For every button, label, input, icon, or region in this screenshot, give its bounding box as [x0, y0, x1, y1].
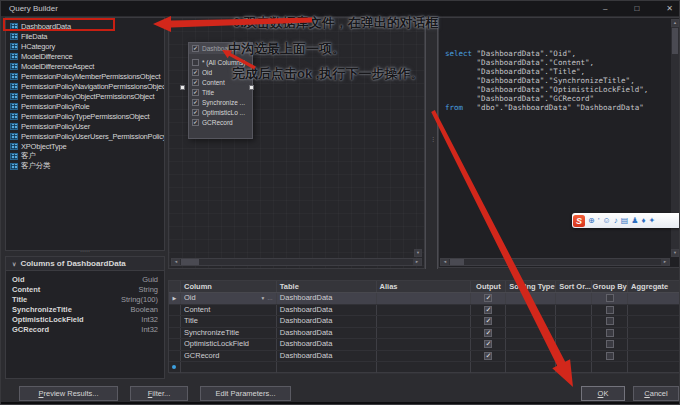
- grid-cell-alias[interactable]: [377, 305, 472, 316]
- output-checkbox[interactable]: ✓: [484, 340, 492, 348]
- grid-cell-alias[interactable]: [377, 339, 472, 350]
- ime-icon[interactable]: ♪: [614, 214, 618, 228]
- table-tree-item[interactable]: PermissionPolicyObjectPermissionsObject: [6, 91, 164, 101]
- column-checkbox[interactable]: ✓: [192, 99, 199, 106]
- edit-parameters-button[interactable]: Edit Parameters...: [200, 386, 291, 401]
- grid-cell-group-by[interactable]: [592, 339, 628, 350]
- group-by-checkbox[interactable]: [606, 329, 614, 337]
- grid-header-alias[interactable]: Alias: [377, 281, 472, 292]
- grid-cell-aggregate[interactable]: [628, 316, 680, 327]
- grid-row[interactable]: SynchronizeTitle DashboardData ✓: [169, 328, 680, 340]
- table-tree-item[interactable]: 客户: [6, 151, 164, 161]
- group-by-checkbox[interactable]: [606, 352, 614, 360]
- grid-cell-sorting-type[interactable]: [506, 316, 556, 327]
- output-checkbox[interactable]: ✓: [484, 294, 492, 302]
- columns-panel-header[interactable]: ∨ Columns of DashboardData: [6, 257, 164, 271]
- grid-row[interactable]: OptimisticLockField DashboardData ✓: [169, 339, 680, 351]
- grid-cell-sort-order[interactable]: [556, 339, 592, 350]
- grid-cell-group-by[interactable]: [592, 293, 628, 304]
- grid-row[interactable]: Title DashboardData ✓: [169, 316, 680, 328]
- sql-hscroll-thumb[interactable]: [450, 259, 464, 265]
- table-tree-item[interactable]: XPObjectType: [6, 141, 164, 151]
- close-button[interactable]: ✕: [666, 4, 673, 13]
- preview-results-button[interactable]: Preview Results...: [19, 386, 118, 401]
- grid-cell-aggregate[interactable]: [628, 305, 680, 316]
- grid-row[interactable]: [169, 362, 680, 374]
- panel-splitter[interactable]: ·····: [5, 249, 165, 255]
- table-tree-item[interactable]: PermissionPolicyUserUsers_PermissionPoli…: [6, 131, 164, 141]
- column-checkbox-item[interactable]: ✓ Synchronize ...: [189, 97, 252, 107]
- output-checkbox[interactable]: ✓: [484, 317, 492, 325]
- grid-header-table[interactable]: Table: [277, 281, 377, 292]
- grid-cell-sort-order[interactable]: [556, 351, 592, 362]
- vertical-splitter[interactable]: ⋮: [425, 17, 438, 269]
- output-checkbox[interactable]: ✓: [484, 329, 492, 337]
- grid-cell-sort-order[interactable]: [556, 316, 592, 327]
- selection-handle-right[interactable]: [249, 85, 254, 90]
- sogou-logo[interactable]: S: [573, 215, 585, 227]
- sql-vscroll-thumb[interactable]: [672, 28, 678, 54]
- grid-cell-alias[interactable]: [377, 362, 472, 373]
- ime-icon[interactable]: ▤: [621, 214, 629, 228]
- column-checkbox-item[interactable]: ✓ GCRecord: [189, 117, 252, 127]
- grid-cell-output[interactable]: ✓: [471, 351, 506, 362]
- grid-cell-column[interactable]: Title: [181, 316, 277, 327]
- group-by-checkbox[interactable]: [606, 306, 614, 314]
- grid-cell-sorting-type[interactable]: [506, 305, 556, 316]
- grid-cell-column[interactable]: Oid▾…: [181, 293, 277, 304]
- column-checkbox-item[interactable]: ✓ OptimisticLo ...: [189, 107, 252, 117]
- grid-header-aggregate[interactable]: Aggregate: [628, 281, 680, 292]
- grid-cell-sort-order[interactable]: [556, 305, 592, 316]
- grid-cell-sorting-type[interactable]: [506, 328, 556, 339]
- ime-icon[interactable]: ♟: [631, 214, 638, 228]
- grid-cell-table[interactable]: DashboardData: [277, 305, 377, 316]
- grid-cell-output[interactable]: ✓: [471, 316, 506, 327]
- designer-vscroll-down-button[interactable]: ▼: [414, 249, 422, 257]
- grid-header-sorting-type[interactable]: Sorting Type: [506, 281, 556, 292]
- grid-cell-sort-order[interactable]: [556, 293, 592, 304]
- cancel-button[interactable]: Cancel: [633, 386, 679, 401]
- grid-cell-column[interactable]: OptimisticLockField: [181, 339, 277, 350]
- grid-cell-group-by[interactable]: [592, 351, 628, 362]
- scroll-left-icon[interactable]: ◄: [441, 259, 449, 265]
- grid-header-column[interactable]: Column: [181, 281, 277, 292]
- grid-cell-alias[interactable]: [377, 328, 472, 339]
- grid-cell-column[interactable]: GCRecord: [181, 351, 277, 362]
- grid-cell-column[interactable]: [181, 362, 277, 373]
- grid-row[interactable]: GCRecord DashboardData ✓: [169, 351, 680, 363]
- grid-cell-table[interactable]: DashboardData: [277, 328, 377, 339]
- filter-button[interactable]: Filter...: [130, 386, 188, 401]
- table-tree-item[interactable]: PermissionPolicyMemberPermissionsObject: [6, 71, 164, 81]
- grid-cell-output[interactable]: ✓: [471, 339, 506, 350]
- scroll-right-icon[interactable]: ►: [413, 259, 421, 265]
- ime-icon[interactable]: ✦: [648, 214, 655, 228]
- grid-row[interactable]: Content DashboardData ✓: [169, 305, 680, 317]
- grid-cell-column[interactable]: Content: [181, 305, 277, 316]
- grid-cell-table[interactable]: DashboardData: [277, 293, 377, 304]
- designer-hscroll-thumb[interactable]: [181, 259, 199, 265]
- grid-header-group-by[interactable]: Group By: [592, 281, 628, 292]
- table-tree-item[interactable]: PermissionPolicyNavigationPermissionsObj…: [6, 81, 164, 91]
- scroll-down-icon[interactable]: ▼: [671, 249, 679, 257]
- table-tree-item[interactable]: PermissionPolicyUser: [6, 121, 164, 131]
- table-tree-item[interactable]: HCategory: [6, 41, 164, 51]
- grid-cell-sort-order[interactable]: [556, 362, 592, 373]
- selection-handle-left[interactable]: [180, 85, 185, 90]
- scroll-right-icon[interactable]: ►: [661, 259, 669, 265]
- grid-cell-alias[interactable]: [377, 293, 472, 304]
- grid-cell-group-by[interactable]: [592, 305, 628, 316]
- grid-cell-output[interactable]: ✓: [471, 328, 506, 339]
- grid-cell-group-by[interactable]: [592, 362, 628, 373]
- column-checkbox[interactable]: ✓: [192, 119, 199, 126]
- grid-cell-sorting-type[interactable]: [506, 293, 556, 304]
- column-checkbox[interactable]: ✓: [192, 79, 199, 86]
- column-checkbox-item[interactable]: ✓ Title: [189, 87, 252, 97]
- column-checkbox[interactable]: ✓: [192, 89, 199, 96]
- grid-row[interactable]: ▶ Oid▾… DashboardData ✓: [169, 293, 680, 305]
- grid-cell-alias[interactable]: [377, 316, 472, 327]
- table-tree-item[interactable]: ModelDifference: [6, 51, 164, 61]
- output-checkbox[interactable]: ✓: [484, 352, 492, 360]
- grid-cell-alias[interactable]: [377, 351, 472, 362]
- scroll-left-icon[interactable]: ◄: [172, 259, 180, 265]
- column-checkbox[interactable]: ✓: [192, 109, 199, 116]
